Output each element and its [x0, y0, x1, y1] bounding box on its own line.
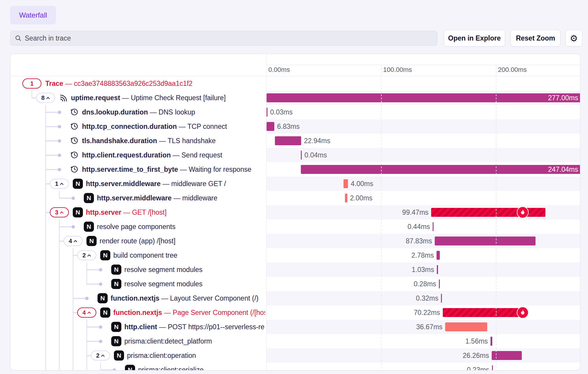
- child-count: 4: [69, 238, 72, 245]
- span-duration-bar[interactable]: [435, 237, 536, 245]
- duration-label: 2.00ms: [350, 191, 372, 205]
- gear-icon: ⚙: [570, 33, 578, 44]
- span-row[interactable]: dns.lookup.duration — DNS lookup0.03ms: [10, 105, 580, 119]
- expand-collapse-pill[interactable]: 2: [77, 250, 96, 260]
- reset-zoom-button[interactable]: Reset Zoom: [510, 30, 561, 47]
- span-duration-bar[interactable]: [492, 365, 493, 370]
- separator: —: [162, 309, 173, 316]
- tree-connector: [46, 155, 58, 156]
- timeline-lane: 0.04ms: [266, 148, 580, 162]
- span-row[interactable]: http.client.request.duration — Send requ…: [10, 148, 580, 162]
- span-label: resolve segment modules: [124, 277, 265, 291]
- expand-collapse-pill[interactable]: 4: [77, 307, 96, 318]
- span-duration-bar[interactable]: [437, 251, 440, 260]
- timeline-lane: 0.28ms: [266, 277, 580, 291]
- tree-guide-line: [86, 277, 87, 284]
- span-row[interactable]: Nresolve segment modules0.28ms: [10, 277, 580, 291]
- expand-collapse-pill[interactable]: 2: [91, 350, 110, 361]
- tree-connector: [59, 241, 64, 242]
- expand-collapse-pill[interactable]: 3: [50, 207, 69, 217]
- duration-label: 0.32ms: [373, 291, 438, 305]
- axis-tick-label: 0.00ms: [268, 66, 290, 74]
- separator: —: [177, 123, 187, 130]
- span-row[interactable]: 8uptime.request — Uptime Check Request […: [10, 91, 580, 105]
- span-duration-bar[interactable]: [301, 151, 302, 160]
- child-count: 3: [55, 209, 58, 216]
- span-tree-cell: http.tcp_connection.duration — TCP conne…: [10, 119, 266, 134]
- search-bar[interactable]: [10, 31, 437, 46]
- expand-collapse-pill[interactable]: 1: [50, 179, 69, 189]
- span-row[interactable]: 2Nbuild component tree2.78ms: [10, 248, 580, 262]
- span-duration-bar[interactable]: [439, 279, 440, 288]
- child-count: 2: [96, 352, 99, 359]
- span-row[interactable]: Nprisma:client:detect_platform1.56ms: [10, 334, 580, 348]
- span-duration-bar[interactable]: [490, 337, 492, 346]
- span-duration-bar[interactable]: [345, 194, 347, 203]
- span-duration-bar[interactable]: [492, 351, 522, 360]
- separator: —: [157, 137, 168, 145]
- span-duration-bar[interactable]: [275, 136, 301, 145]
- span-duration-bar[interactable]: [267, 108, 267, 117]
- settings-button[interactable]: ⚙: [565, 30, 582, 47]
- span-row[interactable]: 2Nprisma:client:operation26.26ms: [10, 348, 580, 363]
- span-row[interactable]: 4Nfunction.nextjs — Page Server Componen…: [10, 305, 580, 320]
- chevron-up-icon: [87, 311, 91, 314]
- span-duration-bar[interactable]: [437, 265, 438, 274]
- span-row[interactable]: http.tcp_connection.duration — TCP conne…: [10, 119, 580, 134]
- duration-label: 99.47ms: [363, 205, 428, 220]
- span-description: DNS lookup: [159, 108, 195, 116]
- tree-guide-line: [32, 91, 33, 98]
- span-duration-bar[interactable]: [445, 322, 487, 331]
- span-duration-bar[interactable]: [433, 222, 434, 231]
- span-op: function.nextjs: [111, 294, 160, 302]
- span-row[interactable]: Nresolve segment modules1.03ms: [10, 262, 580, 277]
- expand-collapse-pill[interactable]: 1: [22, 78, 41, 89]
- profile-flame-badge[interactable]: [517, 307, 529, 319]
- duration-label: 1.03ms: [369, 262, 434, 277]
- span-row[interactable]: 4Nrender route (app) /[host]87.83ms: [10, 234, 580, 248]
- span-row[interactable]: 1Nhttp.server.middleware — middleware GE…: [10, 177, 580, 191]
- span-description: TCP connect: [188, 123, 227, 130]
- nextjs-icon: N: [86, 236, 97, 246]
- expand-collapse-pill[interactable]: 8: [36, 93, 55, 103]
- span-description: GET /[host]: [132, 208, 167, 216]
- span-row[interactable]: tls.handshake.duration — TLS handshake22…: [10, 134, 580, 148]
- span-op: http.client.request.duration: [82, 151, 171, 159]
- open-in-explore-button[interactable]: Open in Explore: [444, 30, 505, 47]
- span-op: http.tcp_connection.duration: [82, 123, 177, 130]
- span-tree-cell: http.client.request.duration — Send requ…: [10, 148, 266, 162]
- duration-label: 1.56ms: [422, 334, 488, 348]
- chevron-up-icon: [60, 211, 64, 214]
- span-row[interactable]: Nhttp.server.middleware — middleware2.00…: [10, 191, 580, 205]
- expand-collapse-pill[interactable]: 4: [64, 236, 83, 246]
- span-duration-bar[interactable]: [441, 294, 442, 303]
- span-duration-bar[interactable]: [267, 122, 274, 131]
- span-tree-cell: Nresolve page components: [10, 220, 266, 234]
- tab-waterfall[interactable]: Waterfall: [10, 6, 56, 24]
- trace-row[interactable]: 1Trace — cc3ae3748883563a926c253d9aa1c1f…: [10, 76, 580, 91]
- chevron-up-icon: [73, 240, 78, 242]
- nextjs-icon: N: [84, 222, 94, 232]
- span-op: Trace: [45, 80, 63, 87]
- nextjs-icon: N: [100, 307, 110, 318]
- timeline-lane: 99.47ms: [266, 205, 580, 220]
- search-input[interactable]: [25, 34, 433, 42]
- tree-guide-line: [73, 348, 74, 363]
- span-op: http.server.middleware: [86, 180, 161, 188]
- span-duration-bar[interactable]: [343, 179, 348, 188]
- span-row[interactable]: Nfunction.nextjs — Layout Server Compone…: [10, 291, 580, 305]
- clock-icon: [70, 122, 78, 130]
- span-row[interactable]: Nhttp.client — POST https://p01--serverl…: [10, 320, 580, 334]
- span-row[interactable]: Nresolve page components0.44ms: [10, 220, 580, 234]
- span-row[interactable]: Nprisma:client:serialize0.23ms: [10, 363, 580, 370]
- span-duration-bar[interactable]: 277.00ms: [267, 93, 580, 102]
- span-duration-bar[interactable]: 247.04ms: [301, 165, 580, 174]
- span-duration-bar[interactable]: [443, 308, 523, 317]
- profile-flame-badge[interactable]: [517, 206, 529, 218]
- tree-guide-line: [73, 363, 74, 370]
- span-description: cc3ae3748883563a926c253d9aa1c1f2: [74, 80, 193, 87]
- span-op: resolve page components: [97, 223, 175, 231]
- span-row[interactable]: http.server.time_to_first_byte — Waiting…: [10, 162, 580, 177]
- span-row[interactable]: 3Nhttp.server — GET /[host]99.47ms: [10, 205, 580, 220]
- tree-guide-line: [59, 334, 60, 348]
